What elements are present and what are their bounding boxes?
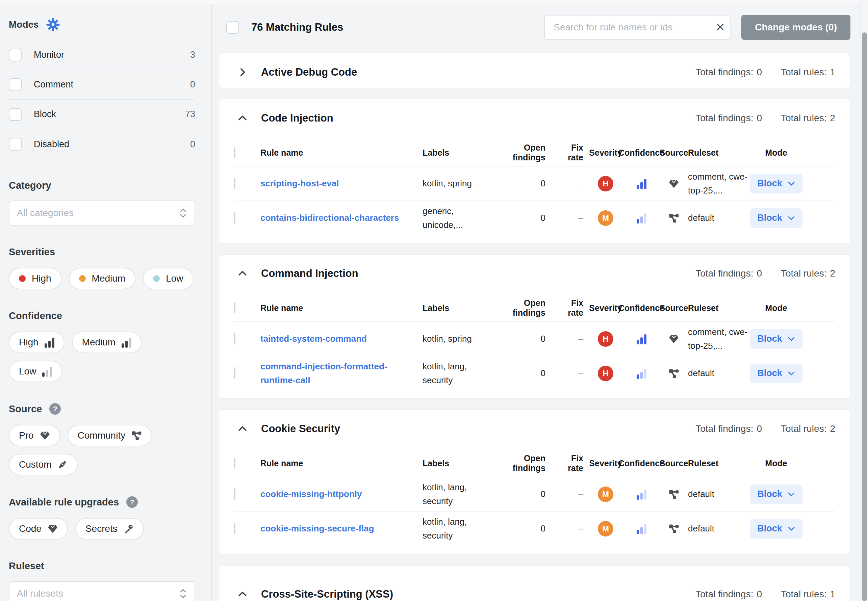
- upgrades-title: Available rule upgrades ?: [9, 496, 195, 508]
- confidence-pill-high[interactable]: High: [9, 331, 64, 353]
- mode-row-comment[interactable]: Comment 0: [9, 70, 195, 100]
- pill-label: Low: [19, 366, 36, 377]
- rule-link[interactable]: scripting-host-eval: [261, 178, 339, 188]
- section-header[interactable]: Active Debug Code Total findings:0 Total…: [234, 65, 835, 80]
- scrollbar-thumb[interactable]: [862, 32, 867, 601]
- row-checkbox[interactable]: [234, 368, 235, 379]
- section-header[interactable]: Code Injection Total findings:0 Total ru…: [234, 111, 835, 126]
- source-pills: Pro Community Custom: [9, 425, 195, 475]
- fix-rate: –: [555, 213, 589, 223]
- rule-link[interactable]: tainted-system-command: [261, 334, 367, 344]
- total-rules-label: Total rules:: [781, 423, 827, 434]
- row-checkbox[interactable]: [234, 333, 235, 345]
- source-pill-custom[interactable]: Custom: [9, 454, 78, 475]
- change-modes-button[interactable]: Change modes (0): [741, 15, 850, 40]
- section-select-all-checkbox[interactable]: [234, 147, 235, 158]
- mode-row-block[interactable]: Block 73: [9, 100, 195, 129]
- clear-search-icon[interactable]: ×: [716, 18, 725, 37]
- row-checkbox[interactable]: [234, 178, 235, 189]
- section-header[interactable]: Cross-Site-Scripting (XSS) Total finding…: [234, 587, 835, 601]
- chevron-down-icon: [788, 181, 795, 186]
- vertical-scrollbar[interactable]: [860, 0, 868, 601]
- chevron-up-icon[interactable]: [237, 113, 248, 124]
- key-icon: [124, 524, 134, 534]
- gem-icon: [40, 430, 50, 441]
- confidence-high-icon: [637, 178, 647, 189]
- pill-label: High: [32, 273, 51, 284]
- col-ruleset: Ruleset: [687, 457, 752, 470]
- row-checkbox[interactable]: [234, 212, 235, 224]
- mode-row-disabled[interactable]: Disabled 0: [9, 129, 195, 159]
- section-title: Cookie Security: [261, 423, 340, 435]
- ruleset-cell: default: [687, 487, 752, 501]
- col-source: Source: [660, 148, 687, 158]
- upgrade-pill-secrets[interactable]: Secrets: [75, 518, 144, 540]
- confidence-pill-medium[interactable]: Medium: [72, 331, 142, 353]
- confidence-medium-icon: [637, 213, 647, 224]
- severity-high-badge: H: [598, 331, 613, 347]
- section-totals: Total findings:0 Total rules:2: [696, 113, 835, 124]
- table-row: tainted-system-command kotlin, spring 0 …: [234, 322, 835, 356]
- rule-link[interactable]: cookie-missing-httponly: [261, 489, 362, 499]
- section-select-all-checkbox[interactable]: [234, 302, 235, 313]
- section-command-injection: Command Injection Total findings:0 Total…: [219, 254, 850, 399]
- mode-dropdown[interactable]: Block: [750, 174, 802, 194]
- ruleset-select[interactable]: All rulesets: [9, 581, 195, 601]
- source-pill-pro[interactable]: Pro: [9, 425, 60, 446]
- rule-labels: generic, unicode,...: [423, 204, 489, 232]
- rule-labels: kotlin, lang, security: [423, 515, 489, 542]
- rule-link[interactable]: contains-bidirectional-characters: [261, 213, 399, 223]
- chevron-up-icon[interactable]: [237, 268, 248, 279]
- rule-link[interactable]: cookie-missing-secure-flag: [261, 523, 374, 534]
- confidence-bars-low-icon: [42, 366, 52, 377]
- upgrades-help-icon[interactable]: ?: [126, 496, 138, 508]
- category-select[interactable]: All categories: [9, 201, 195, 226]
- search-input[interactable]: [544, 15, 731, 40]
- chevron-up-icon[interactable]: [237, 589, 248, 600]
- mode-label: Block: [757, 489, 782, 499]
- category-placeholder: All categories: [17, 207, 74, 218]
- fix-rate: –: [555, 489, 589, 499]
- mode-dropdown[interactable]: Block: [750, 519, 802, 538]
- chevron-up-icon[interactable]: [237, 423, 248, 435]
- monitor-checkbox[interactable]: [9, 49, 21, 61]
- col-fix-rate: Fix rate: [555, 143, 589, 162]
- ruleset-cell: comment, cwe-top-25,...: [687, 325, 752, 352]
- rule-link[interactable]: command-injection-formatted-runtime-call: [261, 361, 387, 385]
- section-header[interactable]: Command Injection Total findings:0 Total…: [234, 266, 835, 281]
- row-checkbox[interactable]: [234, 488, 235, 500]
- comment-checkbox[interactable]: [9, 78, 21, 91]
- select-all-checkbox[interactable]: [226, 21, 239, 34]
- severity-pill-low[interactable]: Low: [143, 268, 193, 289]
- section-header[interactable]: Cookie Security Total findings:0 Total r…: [234, 421, 835, 436]
- mode-dropdown[interactable]: Block: [750, 485, 802, 504]
- col-mode: Mode: [752, 459, 800, 468]
- rule-labels: kotlin, lang, security: [423, 480, 489, 508]
- row-checkbox[interactable]: [234, 523, 235, 534]
- gem-icon: [669, 334, 679, 344]
- severity-pill-high[interactable]: High: [9, 268, 61, 289]
- confidence-pill-low[interactable]: Low: [9, 361, 62, 382]
- mode-dropdown[interactable]: Block: [750, 208, 802, 228]
- col-severity: Severity: [589, 148, 622, 158]
- severity-pill-medium[interactable]: Medium: [69, 268, 136, 289]
- mode-dropdown[interactable]: Block: [750, 329, 802, 349]
- disabled-checkbox[interactable]: [9, 138, 21, 151]
- col-rule-name: Rule name: [261, 457, 423, 470]
- block-checkbox[interactable]: [9, 108, 21, 121]
- chevron-right-icon[interactable]: [237, 67, 248, 78]
- upgrade-pill-code[interactable]: Code: [9, 518, 68, 540]
- section-select-all-checkbox[interactable]: [234, 458, 235, 469]
- total-rules-value: 1: [830, 589, 835, 599]
- gear-icon[interactable]: [46, 18, 60, 31]
- mode-row-monitor[interactable]: Monitor 3: [9, 40, 195, 70]
- chevron-down-icon: [788, 492, 795, 497]
- section-totals: Total findings:0 Total rules:1: [696, 589, 835, 599]
- mode-dropdown[interactable]: Block: [750, 364, 802, 383]
- total-findings-value: 0: [757, 268, 762, 279]
- total-findings-label: Total findings:: [696, 113, 753, 124]
- network-icon: [669, 368, 679, 378]
- source-pill-community[interactable]: Community: [67, 425, 152, 446]
- source-help-icon[interactable]: ?: [49, 403, 61, 415]
- severity-medium-badge: M: [598, 211, 613, 226]
